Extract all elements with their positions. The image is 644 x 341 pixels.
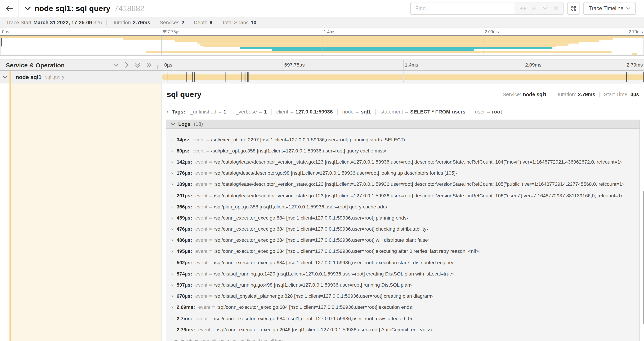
- minimap-span: [240, 47, 552, 49]
- tag-item[interactable]: _unfinished=1: [190, 109, 231, 115]
- log-row[interactable]: ›2.69ms:event=‹sql/conn_executor_exec.go…: [166, 302, 640, 313]
- tag-item[interactable]: client=127.0.0.1:59936: [276, 109, 338, 115]
- column-resize-grip[interactable]: [157, 65, 160, 69]
- log-row[interactable]: ›201µs:event=‹sql/catalog/lease/descript…: [166, 190, 640, 201]
- tags-summary-row[interactable]: › Tags: _unfinished=1_verbose=1client=12…: [166, 104, 640, 120]
- locate-icon[interactable]: [520, 6, 526, 11]
- logs-header[interactable]: Logs (18): [166, 120, 640, 129]
- keyboard-shortcuts-button[interactable]: ⌘: [567, 2, 580, 15]
- chevron-right-icon: ›: [171, 260, 173, 265]
- minimap-span: [272, 49, 474, 51]
- log-field-key: event: [195, 159, 208, 165]
- minimap-canvas[interactable]: [0, 35, 644, 56]
- trace-id: 7418682: [114, 4, 144, 13]
- span-row-name-cell[interactable]: node sql1 sql query: [0, 71, 162, 83]
- minimap-span: [175, 40, 599, 42]
- span-bar-cell[interactable]: [162, 71, 644, 83]
- services-label: Services: [160, 20, 179, 25]
- log-row[interactable]: ›678µs:event=‹sql/distsql_physical_plann…: [166, 290, 640, 302]
- view-selector-button[interactable]: Trace Timeline: [583, 2, 636, 15]
- log-field-value: ‹sql/conn_executor_exec.go:684 [nsql1,cl…: [214, 226, 428, 232]
- log-marker: [246, 72, 246, 82]
- time-tick-label: 0µs: [164, 62, 172, 68]
- start-time-label: Start Time:: [604, 92, 629, 97]
- log-row[interactable]: ›495µs:event=‹sql/conn_executor_exec.go:…: [166, 246, 640, 257]
- span-row[interactable]: node sql1 sql query: [0, 71, 644, 84]
- vertical-scrollbar[interactable]: [643, 191, 644, 324]
- chevron-right-icon: ›: [171, 148, 173, 154]
- log-field-key: event: [198, 327, 210, 332]
- find-input[interactable]: [411, 3, 515, 14]
- chevron-right-icon: ›: [171, 226, 173, 232]
- minimap-span: [203, 45, 556, 47]
- chevron-right-icon: ›: [171, 327, 173, 332]
- trace-title-group[interactable]: node sql1: sql query 7418682: [18, 0, 144, 17]
- log-field-value: ‹sql/conn_executor_exec.go:684 [nsql1,cl…: [214, 315, 412, 321]
- time-tick-label: 2.09ms: [525, 62, 541, 68]
- log-timestamp: 486µs:: [176, 237, 192, 243]
- log-row[interactable]: ›2.79ms:event=‹sql/conn_executor_exec.go…: [166, 324, 640, 335]
- log-equals: =: [209, 315, 212, 321]
- log-row[interactable]: ›366µs:event=‹sql/plan_opt.go:358 [nsql1…: [166, 201, 640, 212]
- depth-value: 6: [210, 20, 212, 25]
- chevron-down-icon: [24, 7, 31, 11]
- log-equals: =: [212, 327, 215, 332]
- back-button[interactable]: [0, 0, 18, 17]
- log-marker: [626, 72, 627, 82]
- tag-item[interactable]: node=sql1: [342, 109, 376, 115]
- duration-label: Duration:: [555, 92, 576, 97]
- log-field-key: event: [195, 181, 208, 187]
- start-time-value: 0µs: [630, 92, 639, 97]
- tag-item[interactable]: user=root: [475, 109, 502, 115]
- chevron-right-icon: ›: [171, 159, 173, 165]
- log-row[interactable]: ›176µs:event=‹sql/catalog/descs/descript…: [166, 168, 640, 179]
- log-equals: =: [212, 304, 215, 310]
- log-field-key: event: [195, 260, 208, 265]
- log-marker: [194, 72, 195, 82]
- log-field-value: ‹sql/conn_executor_exec.go:684 [nsql1,cl…: [216, 304, 414, 310]
- tag-item[interactable]: statement=SELECT * FROM users: [380, 109, 470, 115]
- tag-key: user: [475, 109, 485, 115]
- log-marker: [248, 72, 249, 82]
- time-tick-label: 1.4ms: [405, 62, 418, 68]
- expand-collapse-controls: [113, 62, 162, 68]
- time-tick-label: 2.79ms: [627, 62, 643, 68]
- log-row[interactable]: ›142µs:event=‹sql/catalog/lease/descript…: [166, 156, 640, 168]
- log-row[interactable]: ›574µs:event=‹sql/distsql_running.go:142…: [166, 268, 640, 279]
- expand-one-icon[interactable]: [125, 62, 128, 68]
- log-row[interactable]: ›189µs:event=‹sql/catalog/lease/descript…: [166, 179, 640, 190]
- log-row[interactable]: ›2.7ms:event=‹sql/conn_executor_exec.go:…: [166, 313, 640, 324]
- log-row[interactable]: ›80µs:event=‹sql/plan_opt.go:358 [nsql1,…: [166, 145, 640, 156]
- log-timestamp: 142µs:: [176, 159, 192, 165]
- log-row[interactable]: ›502µs:event=‹sql/conn_executor_exec.go:…: [166, 257, 640, 268]
- log-field-value: ‹sql/conn_executor_exec.go:684 [nsql1,cl…: [214, 248, 480, 254]
- log-timestamp: 495µs:: [176, 248, 192, 254]
- next-match-icon[interactable]: [543, 7, 548, 10]
- span-collapse-chevron-icon[interactable]: [0, 71, 10, 83]
- divider: [106, 20, 107, 25]
- log-field-key: event: [198, 304, 210, 310]
- view-selector-label: Trace Timeline: [588, 5, 624, 12]
- log-row[interactable]: ›486µs:event=‹sql/conn_executor_exec.go:…: [166, 235, 640, 246]
- log-equals: =: [206, 137, 209, 142]
- chevron-right-icon: ›: [171, 137, 173, 142]
- detail-highlight-column: [11, 84, 161, 341]
- prev-match-icon[interactable]: [532, 7, 537, 10]
- span-row-labels: node sql1 sql query: [11, 71, 64, 83]
- log-field-value: ‹sql/conn_executor_exec.go:684 [nsql1,cl…: [214, 260, 454, 265]
- clear-search-icon[interactable]: [554, 6, 558, 11]
- detail-color-stripe: [10, 84, 11, 341]
- log-row[interactable]: ›459µs:event=‹sql/conn_executor_exec.go:…: [166, 212, 640, 223]
- arrow-left-icon: [6, 5, 12, 12]
- time-tick-label: 697.75µs: [162, 29, 180, 34]
- collapse-all-icon[interactable]: [135, 62, 140, 68]
- log-row[interactable]: ›34µs:event=‹sql/exec_util.go:2297 [nsql…: [166, 134, 640, 145]
- log-row[interactable]: ›476µs:event=‹sql/conn_executor_exec.go:…: [166, 223, 640, 235]
- total-spans-label: Total Spans: [222, 20, 248, 25]
- log-row[interactable]: ›597µs:event=‹sql/distsql_running.go:498…: [166, 279, 640, 290]
- tag-item[interactable]: _verbose=1: [236, 109, 272, 115]
- collapse-one-icon[interactable]: [113, 63, 118, 67]
- log-list: ›34µs:event=‹sql/exec_util.go:2297 [nsql…: [166, 129, 640, 335]
- expand-all-icon[interactable]: [147, 62, 152, 68]
- log-field-value: ‹sql/distsql_physical_planner.go:828 [ns…: [214, 293, 433, 299]
